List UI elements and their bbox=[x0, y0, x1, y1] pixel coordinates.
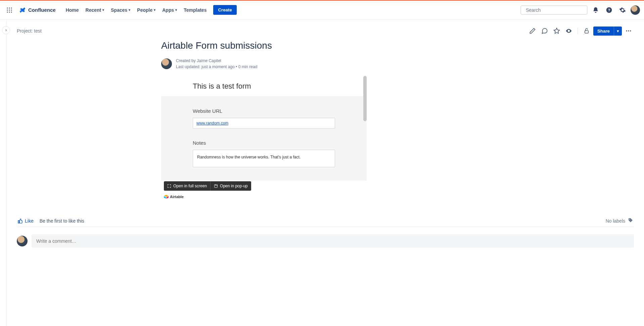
field-input-url[interactable]: www.random.com bbox=[193, 118, 335, 129]
create-button[interactable]: Create bbox=[213, 5, 237, 15]
nav-templates[interactable]: Templates bbox=[180, 5, 210, 15]
svg-point-1 bbox=[9, 7, 10, 8]
nav-recent[interactable]: Recent▾ bbox=[82, 5, 108, 15]
no-labels-text: No labels bbox=[606, 218, 625, 224]
app-switcher-icon[interactable] bbox=[4, 5, 15, 15]
comment-icon[interactable] bbox=[539, 26, 550, 36]
author-link[interactable]: Jaime Capitel bbox=[197, 58, 221, 63]
svg-point-14 bbox=[568, 30, 569, 31]
svg-point-16 bbox=[626, 30, 627, 31]
like-button[interactable]: Like bbox=[17, 218, 34, 224]
field-label-notes: Notes bbox=[193, 140, 335, 146]
svg-rect-15 bbox=[585, 31, 589, 33]
svg-marker-20 bbox=[164, 195, 169, 197]
nav-home[interactable]: Home bbox=[62, 5, 82, 15]
airtable-badge[interactable]: Airtable bbox=[164, 195, 369, 199]
field-label-url: Website URL bbox=[193, 108, 335, 114]
svg-point-23 bbox=[629, 219, 630, 220]
svg-rect-19 bbox=[215, 185, 218, 188]
author-avatar[interactable] bbox=[161, 58, 172, 69]
edit-icon[interactable] bbox=[527, 26, 538, 36]
divider bbox=[17, 227, 634, 227]
brand-name: Confluence bbox=[28, 7, 56, 13]
open-popup-button[interactable]: Open in pop-up bbox=[211, 181, 251, 191]
url-link[interactable]: www.random.com bbox=[196, 121, 228, 126]
svg-text:?: ? bbox=[608, 8, 610, 12]
open-fullscreen-button[interactable]: Open in full screen bbox=[164, 181, 211, 191]
svg-point-7 bbox=[9, 11, 10, 12]
svg-marker-22 bbox=[167, 196, 169, 199]
breadcrumb[interactable]: Project: test bbox=[17, 28, 42, 34]
svg-point-5 bbox=[11, 9, 12, 10]
svg-point-0 bbox=[7, 7, 8, 8]
restrictions-icon[interactable] bbox=[581, 26, 592, 36]
help-icon[interactable]: ? bbox=[604, 5, 614, 15]
star-icon[interactable] bbox=[551, 26, 562, 36]
page-meta: Created by Jaime Capitel Last updated: j… bbox=[176, 58, 257, 70]
search-box[interactable] bbox=[520, 5, 588, 15]
svg-point-6 bbox=[7, 11, 8, 12]
comment-avatar[interactable] bbox=[17, 236, 28, 246]
nav-people[interactable]: People▾ bbox=[134, 5, 159, 15]
svg-point-8 bbox=[11, 11, 12, 12]
svg-point-3 bbox=[7, 9, 8, 10]
watch-icon[interactable] bbox=[563, 26, 574, 36]
page-actions: Share ▾ bbox=[527, 26, 634, 36]
add-label-icon[interactable] bbox=[628, 218, 633, 224]
svg-marker-13 bbox=[554, 28, 560, 34]
divider bbox=[578, 28, 578, 34]
search-input[interactable] bbox=[526, 7, 585, 13]
more-actions-icon[interactable] bbox=[623, 26, 634, 36]
chevron-down-icon: ▾ bbox=[102, 8, 104, 12]
field-input-notes[interactable]: Randomness is how the universe works. Th… bbox=[193, 150, 335, 167]
svg-point-17 bbox=[628, 30, 629, 31]
nav-spaces[interactable]: Spaces▾ bbox=[107, 5, 134, 15]
page-title: Airtable Form submissions bbox=[161, 40, 369, 51]
top-nav: Confluence Home Recent▾ Spaces▾ People▾ … bbox=[0, 1, 644, 19]
embed-scrollbar[interactable] bbox=[363, 76, 367, 121]
expand-sidebar-handle[interactable] bbox=[2, 26, 10, 34]
chevron-down-icon: ▾ bbox=[175, 8, 177, 12]
chevron-right-icon bbox=[4, 29, 8, 32]
share-caret[interactable]: ▾ bbox=[614, 27, 622, 36]
svg-point-2 bbox=[11, 7, 12, 8]
collapsed-sidebar bbox=[0, 19, 7, 326]
nav-apps[interactable]: Apps▾ bbox=[159, 5, 180, 15]
svg-point-4 bbox=[9, 9, 10, 10]
chevron-down-icon: ▾ bbox=[154, 8, 155, 12]
confluence-logo[interactable]: Confluence bbox=[16, 6, 58, 14]
profile-avatar[interactable] bbox=[631, 5, 640, 15]
fullscreen-icon bbox=[167, 184, 171, 188]
airtable-logo-icon bbox=[164, 195, 169, 199]
popup-icon bbox=[214, 184, 218, 188]
like-count-text: Be the first to like this bbox=[40, 218, 84, 224]
chevron-down-icon: ▾ bbox=[129, 8, 130, 12]
svg-point-18 bbox=[630, 30, 631, 31]
embed-toolbar: Open in full screen Open in pop-up bbox=[164, 181, 251, 191]
notifications-icon[interactable] bbox=[590, 5, 601, 15]
share-button[interactable]: Share bbox=[593, 27, 614, 36]
thumbs-up-icon bbox=[17, 218, 23, 224]
comment-input[interactable] bbox=[32, 234, 634, 248]
svg-marker-21 bbox=[164, 196, 166, 199]
settings-icon[interactable] bbox=[617, 5, 628, 15]
airtable-embed: This is a test form Website URL www.rand… bbox=[161, 76, 367, 193]
form-title: This is a test form bbox=[161, 76, 367, 96]
